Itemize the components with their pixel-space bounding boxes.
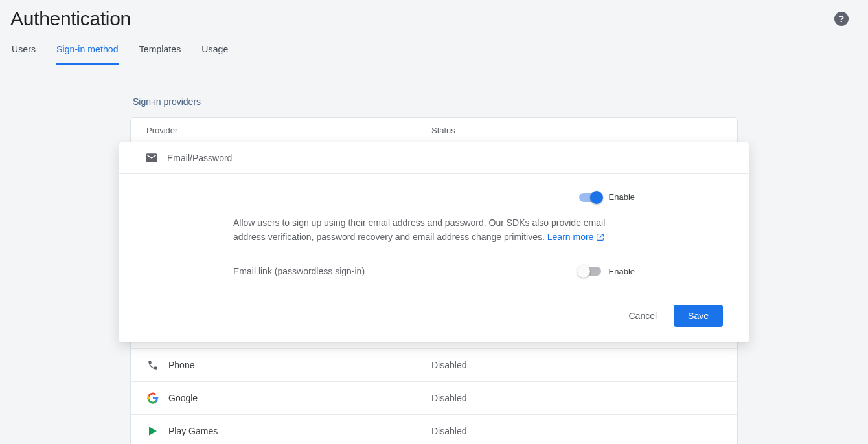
table-header: Provider Status xyxy=(131,118,737,144)
section-title: Sign-in providers xyxy=(133,96,738,107)
panel-provider-name: Email/Password xyxy=(167,153,232,163)
enable-toggle[interactable] xyxy=(579,193,601,202)
provider-description: Allow users to sign up using their email… xyxy=(233,216,635,244)
provider-name: Play Games xyxy=(168,426,218,436)
email-icon xyxy=(145,151,158,164)
tab-sign-in-method[interactable]: Sign-in method xyxy=(56,44,119,65)
email-link-toggle-label: Enable xyxy=(609,267,635,276)
enable-toggle-label: Enable xyxy=(609,192,635,202)
page-title: Authentication xyxy=(10,8,131,30)
provider-status: Disabled xyxy=(431,360,722,370)
phone-icon xyxy=(146,359,159,372)
google-icon xyxy=(146,392,159,405)
provider-row-play-games[interactable]: Play Games Disabled xyxy=(131,414,737,444)
column-header-status: Status xyxy=(431,126,722,135)
external-link-icon xyxy=(596,233,604,241)
tab-users[interactable]: Users xyxy=(12,44,36,65)
learn-more-link[interactable]: Learn more xyxy=(547,230,605,245)
tab-templates[interactable]: Templates xyxy=(139,44,181,65)
panel-header: Email/Password xyxy=(119,142,749,174)
provider-settings-panel: Email/Password Enable Allow users to sig… xyxy=(119,142,749,342)
provider-status: Disabled xyxy=(431,426,722,436)
provider-row-google[interactable]: Google Disabled xyxy=(131,381,737,414)
provider-name: Phone xyxy=(168,360,194,370)
help-icon[interactable]: ? xyxy=(834,12,849,26)
play-games-icon xyxy=(146,425,159,438)
tab-usage[interactable]: Usage xyxy=(201,44,228,65)
column-header-provider: Provider xyxy=(146,126,431,135)
cancel-button[interactable]: Cancel xyxy=(623,305,662,326)
save-button[interactable]: Save xyxy=(674,305,723,327)
provider-row-phone[interactable]: Phone Disabled xyxy=(131,348,737,381)
email-link-toggle[interactable] xyxy=(579,267,601,276)
provider-name: Google xyxy=(168,393,198,403)
email-link-label: Email link (passwordless sign-in) xyxy=(233,266,365,276)
tabs: Users Sign-in method Templates Usage xyxy=(10,44,858,65)
provider-status: Disabled xyxy=(431,393,722,403)
